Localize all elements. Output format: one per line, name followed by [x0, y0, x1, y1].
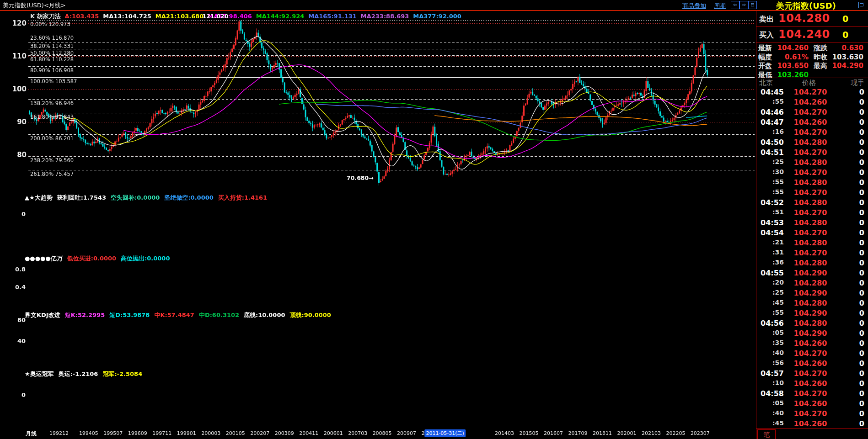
- tape-time: :45: [757, 419, 784, 427]
- top-bar: 美元指数(USD)<月线> 商品叠加 周期 ⇦ ⇨ ⊟ 美元指数(USD): [0, 0, 868, 10]
- x-axis-label[interactable]: 199405: [79, 430, 98, 436]
- panel1-axis-0: 0: [6, 211, 26, 217]
- x-axis-label[interactable]: 200309: [275, 430, 294, 436]
- x-axis-selected-date[interactable]: 2011-05-31(二): [424, 429, 466, 437]
- tape-price: 104.270: [787, 128, 834, 137]
- x-axis-label[interactable]: 200411: [299, 430, 318, 436]
- tape-volume: 0: [839, 329, 864, 338]
- panel3-axis-40: 40: [6, 338, 26, 344]
- restore-window-icon[interactable]: [858, 2, 865, 8]
- panel2-axis-04: 0.4: [6, 284, 26, 291]
- tape-price: 104.260: [787, 98, 834, 106]
- overlay-link[interactable]: 商品叠加: [682, 2, 706, 10]
- ma-value-6: MA233:88.693: [361, 13, 409, 20]
- x-axis-label[interactable]: 200207: [250, 430, 269, 436]
- ma-value-7: MA377:92.000: [413, 13, 461, 20]
- tape-price: 104.270: [787, 369, 834, 378]
- fib-level-label: 0.00% 120.973: [30, 21, 70, 27]
- panel-value-5: 顶线:90.0000: [290, 312, 331, 318]
- tape-volume: 0: [839, 339, 864, 348]
- ask-row[interactable]: 卖出 104.280 0: [756, 11, 868, 26]
- x-axis-label[interactable]: 199901: [177, 430, 196, 436]
- tape-price: 104.270: [787, 108, 834, 116]
- x-axis-label[interactable]: 202205: [666, 430, 685, 436]
- tape-time: 04:56: [757, 319, 784, 328]
- bid-row[interactable]: 买入 104.240 0: [756, 27, 868, 42]
- tape-volume: 0: [839, 218, 864, 227]
- ask-volume: 0: [842, 14, 848, 24]
- tape-volume: 0: [839, 138, 864, 147]
- x-axis-label[interactable]: 199212: [49, 430, 69, 436]
- x-axis-label[interactable]: 201811: [593, 430, 612, 436]
- panel4-axis-0: 0: [6, 391, 26, 398]
- tape-volume: 0: [839, 128, 864, 137]
- fib-level-label: 23.60% 116.870: [30, 35, 74, 41]
- tape-volume: 0: [839, 178, 864, 187]
- fib-level-label: 261.80% 75.457: [30, 171, 74, 177]
- quote-value: 104.260: [769, 44, 809, 52]
- x-axis-label[interactable]: 199711: [152, 430, 171, 436]
- left-arrow-icon[interactable]: ⇦: [731, 1, 739, 9]
- bid-label: 买入: [759, 31, 774, 40]
- x-axis-label[interactable]: 200003: [201, 430, 220, 436]
- x-axis-label[interactable]: 199507: [103, 430, 123, 436]
- ask-label: 卖出: [759, 15, 774, 24]
- tape-time: :45: [757, 299, 784, 306]
- tape-volume: 0: [839, 208, 864, 217]
- tape-price: 104.280: [787, 158, 834, 167]
- tape-price: 104.260: [787, 399, 834, 408]
- x-axis-label[interactable]: 200105: [226, 430, 245, 436]
- tape-volume: 0: [839, 409, 864, 418]
- tape-time: :31: [757, 249, 784, 256]
- tape-volume: 0: [839, 168, 864, 177]
- tape-price: 104.290: [787, 269, 834, 277]
- tape-volume: 0: [839, 319, 864, 328]
- x-axis-label[interactable]: 200601: [324, 430, 343, 436]
- x-axis-label[interactable]: 202103: [642, 430, 661, 436]
- tape-time: :40: [757, 349, 784, 356]
- tab-tick[interactable]: 笔: [757, 429, 776, 439]
- bid-price: 104.240: [778, 28, 830, 41]
- x-axis-label[interactable]: 201505: [520, 430, 539, 436]
- tape-time: :51: [757, 208, 784, 216]
- x-axis-label[interactable]: 201709: [568, 430, 587, 436]
- tape-time: :55: [757, 309, 784, 316]
- tape-price: 104.280: [787, 238, 834, 247]
- tape-volume: 0: [839, 269, 864, 277]
- tape-time: 04:47: [757, 118, 784, 127]
- fib-level-label: 50.00% 112.280: [30, 50, 74, 56]
- x-axis-label[interactable]: 200907: [397, 430, 416, 436]
- x-axis-label[interactable]: 202001: [617, 430, 636, 436]
- chart-header: K 胡家刀法A:103.435MA13:104.725MA21:103.680M…: [30, 12, 466, 21]
- tape-price: 104.280: [787, 259, 834, 267]
- fib-level-label: 61.80% 110.228: [30, 56, 74, 63]
- x-axis-label[interactable]: 201403: [495, 430, 514, 436]
- tape-price: 104.260: [787, 419, 834, 428]
- tape-time: :16: [757, 128, 784, 135]
- tape-price: 104.290: [787, 289, 834, 297]
- tape-time: 04:53: [757, 218, 784, 227]
- tape-volume: 0: [839, 228, 864, 237]
- panel3-axis-80: 80: [6, 317, 26, 323]
- ma-value-4: MA144:92.924: [256, 13, 305, 20]
- x-axis-label[interactable]: 201607: [544, 430, 563, 436]
- x-axis-label[interactable]: 199609: [128, 430, 147, 436]
- tape-time: :05: [757, 329, 784, 336]
- right-arrow-icon[interactable]: ⇨: [739, 1, 748, 9]
- fib-level-label: 238.20% 79.560: [30, 157, 74, 164]
- x-axis-label[interactable]: 200703: [348, 430, 367, 436]
- x-axis-label[interactable]: 202307: [691, 430, 710, 436]
- trading-terminal: 美元指数(USD)<月线> 商品叠加 周期 ⇦ ⇨ ⊟ 美元指数(USD) K …: [0, 0, 868, 439]
- period-link[interactable]: 周期: [714, 2, 726, 10]
- tape-price: 104.290: [787, 309, 834, 317]
- tape-price: 104.270: [787, 409, 834, 418]
- tape-time: :21: [757, 238, 784, 246]
- tape-time: :05: [757, 399, 784, 407]
- panel-title-text: ▲★大趋势: [25, 194, 53, 201]
- x-axis-label[interactable]: 200805: [373, 430, 392, 436]
- tape-time: :55: [757, 188, 784, 196]
- split-window-icon[interactable]: ⊟: [748, 1, 757, 9]
- tape-price: 104.290: [787, 329, 834, 338]
- tape-volume: 0: [839, 399, 864, 408]
- tape-time: :10: [757, 379, 784, 386]
